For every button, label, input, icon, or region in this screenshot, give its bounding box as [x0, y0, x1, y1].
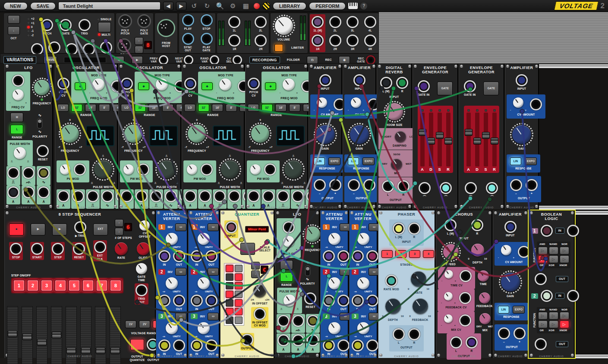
out-jack[interactable]: OUT: [365, 294, 379, 311]
2r-jack[interactable]: 2R: [254, 34, 268, 51]
ctl-knob[interactable]: ⎍⎍: [280, 294, 299, 311]
volume-knob[interactable]: VOLUME: [272, 14, 296, 42]
ctl-knob[interactable]: -∞UNITY: [162, 276, 182, 294]
ctl-button[interactable]: ◆: [137, 82, 150, 91]
lo-button[interactable]: LO: [183, 103, 196, 113]
in-offset-cv-mod-jack[interactable]: IN OFFSET CV MOD: [251, 307, 268, 328]
gate-xor-button[interactable]: ▷: [549, 255, 558, 263]
cv-offset-knob[interactable]: CV OFFSET: [138, 220, 151, 239]
prev-patch-button[interactable]: ◀: [163, 2, 173, 10]
button-button[interactable]: [239, 242, 256, 256]
l-jack[interactable]: L: [392, 327, 406, 345]
play-jack[interactable]: PLAY: [181, 13, 195, 31]
out-jack[interactable]: OUT: [337, 339, 350, 356]
ctl-button[interactable]: ◉: [338, 55, 351, 65]
input-jack[interactable]: INPUT: [318, 73, 332, 91]
jack-jack[interactable]: [540, 224, 554, 238]
from-host-din-jack[interactable]: FROM HOST: [156, 18, 176, 49]
ctl-jack[interactable]: ∧: [71, 189, 85, 208]
ctl-knob[interactable]: -+: [440, 314, 457, 327]
gain-knob[interactable]: GAIN: [498, 270, 523, 298]
pulse-width-knob[interactable]: ⎍⎍⎍PULSE WIDTH: [90, 154, 116, 189]
ctl-jack[interactable]: ∿: [37, 166, 50, 185]
ctl-jack[interactable]: +: [513, 326, 526, 344]
gate-xnor-button[interactable]: ▷: [560, 320, 569, 328]
logic-function-selector[interactable]: FUNCTIONANDNANDNOR▷▷▷▷▷▷ORXORXNOR: [532, 241, 571, 269]
4l-jack[interactable]: 4L: [363, 15, 377, 33]
patch-name-field[interactable]: Taunt Delight: [58, 2, 161, 10]
2v-button[interactable]: 2V: [138, 320, 151, 329]
ctl-jack[interactable]: ∧: [277, 333, 290, 352]
l-jack[interactable]: L: [449, 336, 463, 353]
room-size-knob[interactable]: ROOM SIZE: [383, 100, 406, 127]
key-step-button[interactable]: ↑: [251, 262, 260, 270]
feedback-knob[interactable]: 010FEEDBACK: [409, 298, 432, 322]
adsr-slider-d[interactable]: D: [475, 109, 479, 172]
decrement-button[interactable]: ↓: [135, 46, 143, 53]
pulse-width-knob[interactable]: ⎍⎍⎍PULSE WIDTH: [154, 154, 180, 189]
save-button[interactable]: SAVE: [43, 55, 58, 65]
speed-knob[interactable]: SPEED: [440, 241, 462, 267]
l-m-jack[interactable]: L (M): [392, 222, 406, 239]
2r-jack[interactable]: 2R: [328, 34, 342, 51]
16-button[interactable]: 16': [84, 103, 97, 113]
ctl-jack[interactable]: ∿: [227, 189, 241, 208]
ctl-jack[interactable]: ⎍: [6, 166, 20, 185]
ctl-jack[interactable]: ∧: [6, 185, 20, 204]
out-jack[interactable]: OUT: [337, 294, 350, 311]
adsr-slider-a[interactable]: A: [466, 109, 471, 172]
ctl-button[interactable]: ▭: [207, 312, 220, 321]
polarity-switch[interactable]: ∿∿POLARITY: [299, 259, 315, 286]
32-button[interactable]: 32': [134, 103, 147, 113]
module-grid-icon[interactable]: ▦: [241, 2, 251, 10]
2l-jack[interactable]: 2L: [328, 15, 342, 33]
ctl-jack[interactable]: ⌒: [485, 181, 499, 200]
ctl-jack[interactable]: +: [525, 178, 539, 196]
jack-jack[interactable]: [459, 269, 473, 283]
8-button[interactable]: 8': [225, 103, 238, 113]
r-jack[interactable]: R: [465, 336, 479, 353]
black-key[interactable]: [226, 308, 233, 315]
adsr-slider-r[interactable]: R: [492, 109, 497, 172]
step-button-5[interactable]: 5: [68, 279, 80, 292]
4-button[interactable]: 4: [422, 249, 435, 259]
gate-xor-button[interactable]: ▷: [549, 320, 558, 328]
ctl-jack[interactable]: ∧: [306, 333, 320, 352]
gate-or-button[interactable]: ▷: [538, 255, 548, 263]
ctl-knob[interactable]: -+: [313, 97, 331, 112]
ext-button[interactable]: EXT: [92, 223, 109, 236]
ctl-knob[interactable]: -+: [88, 78, 108, 95]
jack-jack[interactable]: [11, 74, 25, 88]
ctl-knob[interactable]: -+: [152, 78, 172, 95]
increment-button[interactable]: ↑: [115, 219, 123, 227]
trig-jack[interactable]: TRIG: [78, 18, 91, 36]
jack-jack[interactable]: [282, 220, 296, 234]
out-jack[interactable]: OUT: [365, 339, 379, 356]
l-m-jack[interactable]: L (M): [444, 218, 457, 236]
ctl-jack[interactable]: ∧: [291, 333, 305, 352]
ctl-jack[interactable]: –: [509, 178, 523, 196]
out-jack[interactable]: OUT: [205, 294, 218, 311]
out-jack[interactable]: OUT: [337, 249, 350, 267]
black-key[interactable]: [226, 291, 233, 298]
single-multi-switch[interactable]: SINGLEMULTI: [96, 17, 112, 37]
lo-button[interactable]: LO: [120, 103, 133, 113]
rate-knob[interactable]: 010RATE: [407, 270, 430, 295]
pulse-width-knob[interactable]: ⎍⎍⎍PULSE WIDTH: [217, 154, 243, 189]
ctl-knob[interactable]: ⎍⎍: [10, 146, 30, 164]
in-jack[interactable]: IN: [322, 249, 336, 267]
input-jack[interactable]: INPUT: [515, 73, 529, 91]
8-button[interactable]: 8': [161, 103, 174, 113]
1l-m-jack[interactable]: 1L (M): [311, 15, 324, 33]
jack-jack[interactable]: [529, 97, 543, 111]
reset-jack[interactable]: RESET: [303, 292, 317, 309]
black-key[interactable]: [226, 317, 233, 324]
ctl-button[interactable]: ↑: [7, 14, 21, 25]
in-offset-knob[interactable]: -24+24IN OFFSET: [249, 284, 270, 306]
ctl-knob[interactable]: -∞UNITY: [194, 276, 214, 294]
save-button[interactable]: SAVE: [30, 2, 56, 10]
pitch-cv-jack[interactable]: PITCH CV: [247, 77, 261, 98]
gate-and-button[interactable]: ▷: [538, 312, 548, 320]
redo-icon[interactable]: ↻: [202, 2, 212, 10]
ctl-knob[interactable]: -∞UNITY: [194, 321, 214, 339]
